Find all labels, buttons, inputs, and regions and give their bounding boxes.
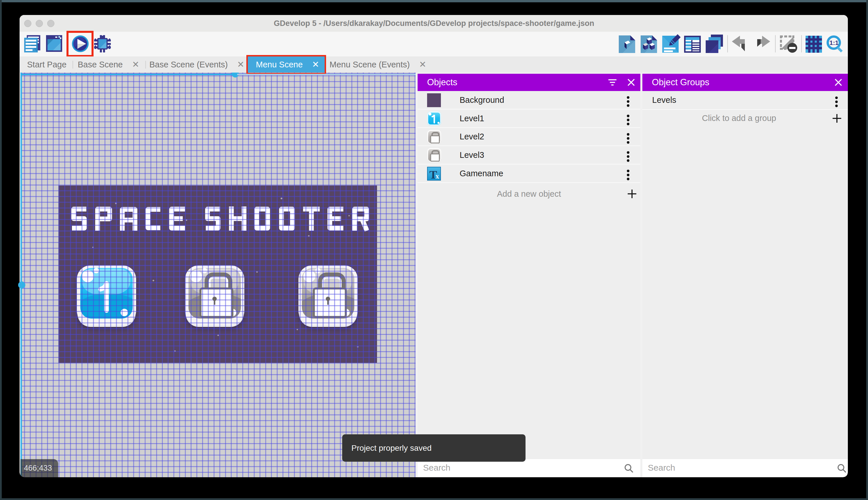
svg-text:1:1: 1:1: [830, 39, 838, 46]
